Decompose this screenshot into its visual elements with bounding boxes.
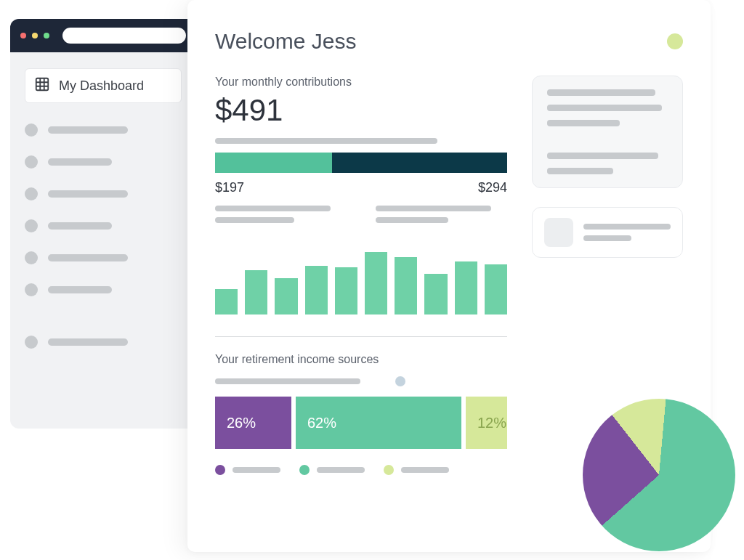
sidebar-item-dashboard[interactable]: My Dashboard: [25, 68, 182, 103]
contribution-split-left: [215, 153, 332, 173]
nav-line: [48, 158, 112, 166]
sidebar-item-placeholder[interactable]: [25, 155, 182, 169]
nav-line: [48, 338, 128, 346]
contribution-right-value: $294: [478, 180, 507, 195]
window-minimize-dot[interactable]: [32, 33, 38, 38]
contributions-total: $491: [215, 93, 507, 128]
browser-frame: My Dashboard: [10, 19, 196, 429]
browser-titlebar: [10, 19, 196, 52]
sidebar-item-placeholder[interactable]: [25, 219, 182, 232]
nav-line: [48, 126, 128, 134]
nav-line: [48, 254, 128, 261]
bar: [455, 261, 477, 315]
window-maximize-dot[interactable]: [44, 33, 49, 38]
bar: [335, 267, 357, 315]
contribution-left-value: $197: [215, 180, 244, 195]
placeholder-line: [215, 378, 360, 384]
placeholder-row: [215, 376, 507, 386]
sidebar-item-placeholder[interactable]: [25, 336, 182, 349]
sidebar-item-label: My Dashboard: [59, 78, 144, 94]
bar: [305, 266, 328, 315]
legend-item: [384, 465, 449, 475]
mini-card[interactable]: [532, 207, 683, 258]
legend-line: [401, 467, 449, 473]
legend-dot-icon: [215, 465, 225, 475]
placeholder-group: [215, 206, 507, 223]
nav-dot-icon: [25, 219, 38, 232]
nav-dot-icon: [25, 336, 38, 349]
sidebar: My Dashboard: [10, 52, 196, 365]
contribution-split-right: [332, 153, 507, 173]
bar: [215, 289, 238, 315]
contributions-section: Your monthly contributions $491 $197 $29…: [215, 76, 507, 475]
retirement-pie-chart: [583, 399, 735, 551]
nav-line: [48, 286, 112, 293]
svg-rect-0: [36, 78, 49, 91]
sidebar-item-placeholder[interactable]: [25, 123, 182, 137]
dot-icon: [395, 376, 405, 386]
sidebar-item-placeholder[interactable]: [25, 251, 182, 264]
retirement-source-segment: 62%: [296, 397, 461, 449]
contribution-split-bar: [215, 153, 507, 173]
retirement-source-segment: 12%: [466, 397, 507, 449]
contributions-bar-chart: [215, 245, 507, 315]
legend-item: [215, 465, 280, 475]
info-card[interactable]: [532, 76, 683, 188]
placeholder-line: [215, 138, 437, 144]
grid-icon: [34, 76, 50, 95]
pie-icon: [583, 399, 735, 551]
bar: [424, 274, 447, 315]
bar: [485, 264, 507, 315]
retirement-label: Your retirement income sources: [215, 353, 507, 366]
nav-line: [48, 222, 112, 230]
url-bar[interactable]: [62, 28, 186, 44]
retirement-legend: [215, 465, 507, 475]
bar: [395, 257, 417, 315]
page-title: Welcome Jess: [215, 29, 357, 54]
header-row: Welcome Jess: [215, 29, 683, 54]
nav-dot-icon: [25, 123, 38, 137]
legend-item: [299, 465, 365, 475]
legend-line: [317, 467, 365, 473]
legend-dot-icon: [299, 465, 310, 475]
status-dot-icon: [667, 33, 683, 49]
bar: [245, 270, 267, 315]
window-close-dot[interactable]: [20, 33, 26, 38]
nav-dot-icon: [25, 251, 38, 264]
nav-dot-icon: [25, 155, 38, 169]
thumbnail-icon: [544, 218, 573, 247]
sidebar-item-placeholder[interactable]: [25, 283, 182, 296]
nav-line: [48, 190, 128, 198]
retirement-sources-bar: 26%62%12%: [215, 397, 507, 449]
bar: [365, 252, 387, 315]
contributions-label: Your monthly contributions: [215, 76, 507, 89]
sidebar-item-placeholder[interactable]: [25, 187, 182, 200]
legend-line: [232, 467, 280, 473]
retirement-source-segment: 26%: [215, 397, 291, 449]
contribution-split-labels: $197 $294: [215, 180, 507, 195]
bar: [275, 278, 297, 315]
legend-dot-icon: [384, 465, 394, 475]
nav-dot-icon: [25, 283, 38, 296]
nav-dot-icon: [25, 187, 38, 200]
divider: [215, 336, 507, 337]
